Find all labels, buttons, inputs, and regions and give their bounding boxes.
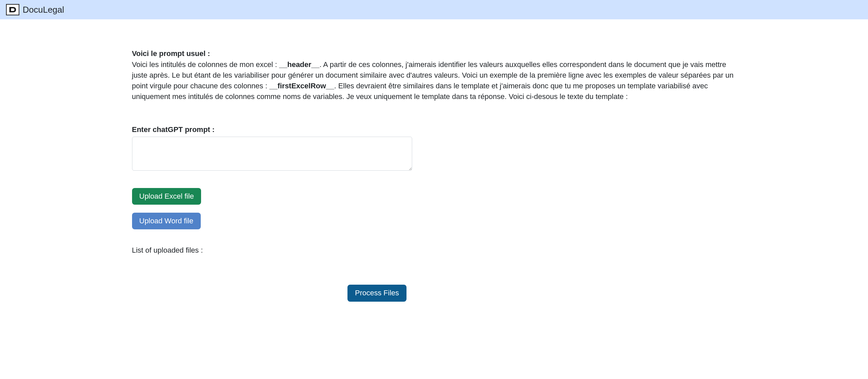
upload-word-button[interactable]: Upload Word file (132, 213, 201, 229)
upload-excel-button[interactable]: Upload Excel file (132, 188, 202, 205)
prompt-var-firstrow: __firstExcelRow__ (270, 82, 334, 90)
app-header: DocuLegal (0, 0, 868, 19)
app-logo-icon (6, 4, 19, 15)
default-prompt-heading: Voici le prompt usuel : (132, 49, 736, 58)
prompt-var-header: __header__ (279, 60, 319, 69)
uploaded-files-label: List of uploaded files : (132, 246, 736, 255)
prompt-input-label: Enter chatGPT prompt : (132, 125, 736, 134)
default-prompt-text: Voici les intitulés de colonnes de mon e… (132, 59, 736, 102)
chatgpt-prompt-input[interactable] (132, 137, 412, 171)
app-title: DocuLegal (23, 5, 64, 15)
prompt-text-part1: Voici les intitulés de colonnes de mon e… (132, 60, 279, 69)
main-content: Voici le prompt usuel : Voici les intitu… (44, 19, 824, 315)
process-files-button[interactable]: Process Files (347, 285, 406, 301)
